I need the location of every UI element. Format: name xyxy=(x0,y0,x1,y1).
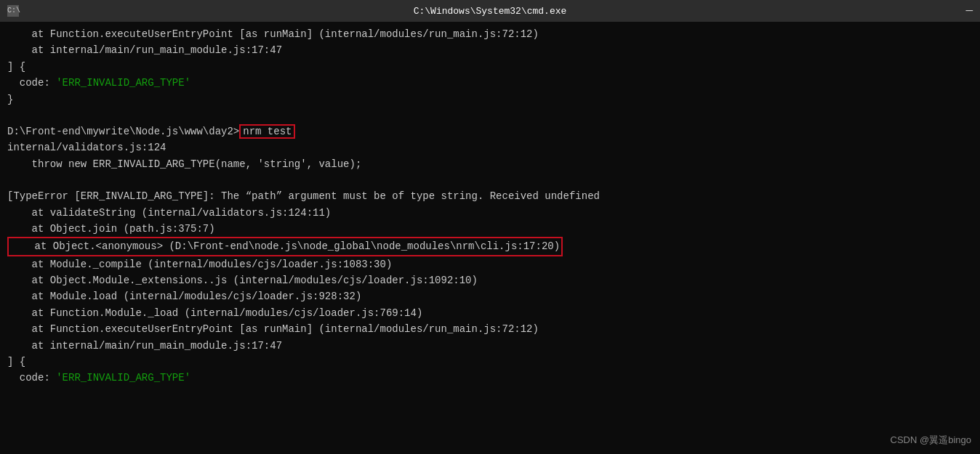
line-throw: throw new ERR_INVALID_ARG_TYPE(name, 'st… xyxy=(7,156,973,172)
title-bar-title: C:\Windows\System32\cmd.exe xyxy=(414,6,567,17)
boxed-line-content: at Object.<anonymous> (D:\Front-end\node… xyxy=(7,237,563,256)
watermark: CSDN @翼遥bingo xyxy=(891,433,971,448)
line-stack-4: at Object.Module._extensions..js (intern… xyxy=(7,272,973,288)
string-val-1: 'ERR_INVALID_ARG_TYPE' xyxy=(56,77,190,89)
line-stack-3: at Module._compile (internal/modules/cjs… xyxy=(7,256,973,272)
line-stack-7: at Function.executeUserEntryPoint [as ru… xyxy=(7,321,973,337)
line-stack-8: at internal/main/run_main_module.js:17:4… xyxy=(7,338,973,354)
line-5: } xyxy=(7,92,973,108)
minimize-button[interactable]: — xyxy=(965,4,973,17)
empty-1 xyxy=(7,108,973,123)
line-stack-boxed: at Object.<anonymous> (D:\Front-end\node… xyxy=(7,237,973,256)
command-box: nrm test xyxy=(239,124,295,139)
line-code-2: code: 'ERR_INVALID_ARG_TYPE' xyxy=(7,370,973,386)
line-1: at Function.executeUserEntryPoint [as ru… xyxy=(7,26,973,42)
line-stack-6: at Function.Module._load (internal/modul… xyxy=(7,305,973,321)
line-stack-2: at Object.join (path.js:375:7) xyxy=(7,221,973,237)
prompt-line: D:\Front-end\mywrite\Node.js\www\day2>nr… xyxy=(7,123,973,139)
line-type-error: [TypeError [ERR_INVALID_ARG_TYPE]: The “… xyxy=(7,188,973,204)
console-body: at Function.executeUserEntryPoint [as ru… xyxy=(0,22,980,454)
title-bar-icon: C:\ xyxy=(7,5,19,17)
title-bar-controls[interactable]: — xyxy=(965,4,973,17)
title-bar: C:\ C:\Windows\System32\cmd.exe — xyxy=(0,0,980,22)
string-val-2: 'ERR_INVALID_ARG_TYPE' xyxy=(56,372,190,384)
line-close-bracket: ] { xyxy=(7,354,973,370)
line-4: code: 'ERR_INVALID_ARG_TYPE' xyxy=(7,75,973,91)
empty-2 xyxy=(7,172,973,188)
line-stack-1: at validateString (internal/validators.j… xyxy=(7,205,973,221)
line-3: ] { xyxy=(7,59,973,75)
line-2: at internal/main/run_main_module.js:17:4… xyxy=(7,42,973,58)
line-stack-5: at Module.load (internal/modules/cjs/loa… xyxy=(7,288,973,304)
line-validators: internal/validators.js:124 xyxy=(7,139,973,155)
